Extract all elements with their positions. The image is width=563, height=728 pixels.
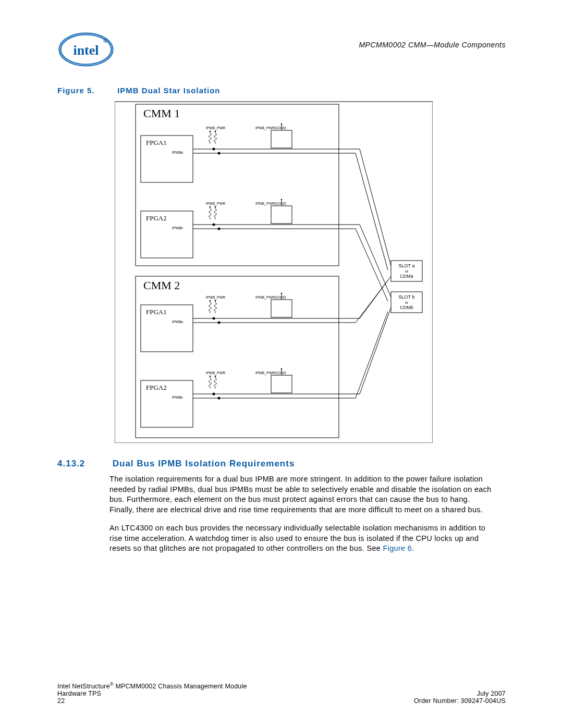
cmm1-u-pwr: IPMB_PWR [206,126,225,130]
svg-point-39 [210,376,211,377]
footer-date: July 2007 [477,690,506,697]
svg-point-19 [215,206,216,208]
svg-point-47 [218,397,221,400]
cmm2-u-pwr: IPMB_PWR [206,295,225,300]
svg-point-26 [218,228,221,230]
section-heading: 4.13.2 Dual Bus IPMB Isolation Requireme… [57,459,295,469]
svg-point-9 [215,131,216,132]
cmm2-label: CMM 2 [143,279,180,292]
svg-point-25 [213,224,215,226]
svg-text:intel: intel [73,43,99,58]
section-body: The isolation requirements for a dual bu… [109,474,495,562]
slot-a-line1: SLOT a [399,263,415,268]
cmm2-fpga2-label: FPGA2 [146,384,167,391]
section-number: 4.13.2 [57,459,109,469]
footer-line2: Hardware TPS [57,690,101,697]
section-p1: The isolation requirements for a dual bu… [109,474,495,515]
svg-point-33 [281,293,283,294]
figure-caption: Figure 5. IPMB Dual Star Isolation [57,86,221,95]
figure-number: Figure 5. [57,86,115,95]
svg-point-22 [281,199,283,201]
header-doc-title: MPCMM0002 CMM—Module Components [359,41,506,49]
footer-left: Intel NetStructure® MPCMM0002 Chassis Ma… [57,682,247,705]
svg-point-8 [210,131,211,132]
figure-title: IPMB Dual Star Isolation [117,86,220,95]
cmm1-label: CMM 1 [143,107,180,120]
cmm1-fpga1-label: FPGA1 [146,139,167,146]
svg-point-36 [213,317,215,320]
page-header: intel R MPCMM0002 CMM—Module Components [57,31,506,68]
svg-rect-41 [271,375,292,393]
slot-a-or: or [405,269,409,273]
figure-6-link[interactable]: Figure 6 [383,544,412,552]
footer-product2: MPCMM0002 Chassis Management Module [114,683,247,690]
svg-text:R: R [105,40,106,42]
footer-product: Intel NetStructure [57,683,110,690]
cmm2-ipmbb-label: IPMBb [172,396,183,399]
intel-logo: intel R [57,31,115,70]
svg-point-29 [210,300,211,302]
cmm1-l-pwr: IPMB_PWR [206,202,225,206]
svg-point-40 [215,376,216,377]
cmm2-ipmba-label: IPMBa [172,320,183,324]
footer-order: Order Number: 309247-004US [414,697,506,705]
slot-b-or: or [405,301,409,304]
svg-point-12 [281,124,283,125]
cmm2-fpga1-label: FPGA1 [146,308,167,316]
svg-point-15 [213,148,215,151]
footer-right: July 2007 Order Number: 309247-004US [414,683,506,705]
section-p2-end: . [412,544,414,552]
section-title: Dual Bus IPMB Isolation Requirements [113,459,295,468]
svg-rect-20 [271,206,292,224]
section-p2: An LTC4300 on each bus provides the nece… [109,523,495,554]
svg-point-37 [218,322,221,324]
svg-point-18 [210,206,211,208]
svg-rect-31 [271,300,292,317]
cmm1-fpga2-label: FPGA2 [146,214,167,222]
svg-rect-27 [136,276,339,438]
svg-rect-5 [115,102,433,443]
svg-point-30 [215,300,216,302]
cmm1-ipmbb-label: IPMBb [172,226,183,230]
registered-icon: ® [110,682,114,687]
section-p2-text: An LTC4300 on each bus provides the nece… [109,524,485,552]
cmm2-l-pwr: IPMB_PWR [206,371,225,375]
svg-point-16 [218,152,221,155]
cmm1-ipmba-label: IPMBa [172,151,183,154]
slot-b-line2: CDMb [400,305,413,310]
svg-rect-6 [136,104,339,266]
ipmb-dual-star-diagram: CMM 1 FPGA1 IPMBa IPMB_PWR IPMB_PWRGOOD … [115,99,433,443]
slot-b-line1: SLOT b [399,294,415,300]
slot-a-line2: CDMa [400,274,413,279]
svg-point-43 [281,368,283,370]
svg-point-46 [213,393,215,396]
footer-page: 22 [57,697,65,705]
svg-rect-10 [271,130,292,148]
